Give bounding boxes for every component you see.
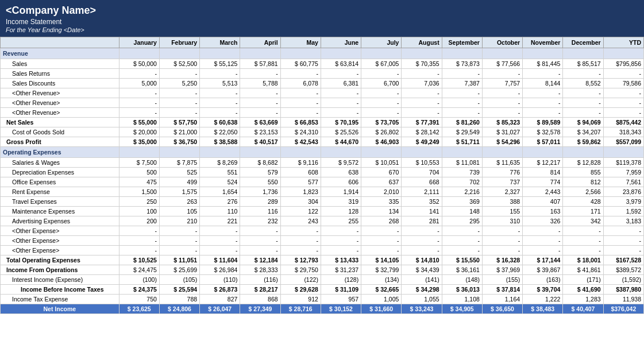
- table-row: Cost of Goods Sold$ 20,000$ 21,000$ 22,0…: [1, 127, 644, 137]
- header-november: November: [523, 37, 563, 48]
- row-label: Sales Discounts: [1, 79, 119, 88]
- row-value: 525: [159, 168, 199, 177]
- row-value: $ 26,873: [200, 285, 240, 295]
- row-value: 200: [119, 216, 159, 226]
- row-value: -: [240, 69, 280, 79]
- row-value: $ 17,144: [523, 255, 563, 265]
- row-value: -: [321, 98, 361, 108]
- row-value: -: [361, 98, 402, 108]
- row-value: -: [240, 88, 280, 98]
- row-value: -: [119, 69, 159, 79]
- row-value: -: [402, 98, 442, 108]
- net-income-value: $ 26,047: [200, 304, 240, 314]
- table-row: Income Tax Expense7507888278689129571,00…: [1, 295, 644, 304]
- table-row: Net Sales$ 55,000$ 57,750$ 60,638$ 63,66…: [1, 118, 644, 127]
- row-value: -: [482, 98, 522, 108]
- column-headers: January February March April May June Ju…: [1, 37, 644, 48]
- row-value: -: [442, 88, 482, 98]
- table-row: <Other Revenue>-------------: [1, 88, 644, 98]
- row-label: Interest Income (Expense): [1, 275, 119, 285]
- row-value: 171: [563, 207, 603, 216]
- row-value: $ 10,525: [119, 255, 159, 265]
- row-value: 2,216: [442, 187, 482, 197]
- row-value: $ 73,873: [442, 59, 482, 69]
- row-value: 868: [240, 295, 280, 304]
- row-value: $ 28,217: [240, 285, 280, 295]
- row-value: $ 10,553: [402, 158, 442, 168]
- table-row: Office Expenses4754995245505776066376687…: [1, 177, 644, 187]
- row-value: -: [119, 98, 159, 108]
- row-value: $ 26,984: [200, 265, 240, 275]
- row-value: $ 34,439: [402, 265, 442, 275]
- header-december: December: [563, 37, 603, 48]
- row-value: 5,788: [240, 79, 280, 88]
- row-value: 326: [523, 216, 563, 226]
- row-value: $ 14,105: [361, 255, 402, 265]
- row-value: -: [280, 88, 321, 98]
- row-value: 776: [482, 168, 522, 177]
- row-value: $ 52,500: [159, 59, 199, 69]
- row-value: -: [159, 246, 199, 255]
- row-value: 7,757: [482, 79, 522, 88]
- row-value: $ 60,775: [280, 59, 321, 69]
- row-value: 79,586: [603, 79, 643, 88]
- row-value: 155: [482, 207, 522, 216]
- row-value: 1,222: [523, 295, 563, 304]
- row-value: 11,938: [603, 295, 643, 304]
- row-value: -: [563, 69, 603, 79]
- row-value: $ 39,867: [523, 265, 563, 275]
- report-title: Income Statement: [6, 18, 638, 26]
- row-value: 7,036: [402, 79, 442, 88]
- row-value: -: [240, 246, 280, 255]
- row-value: -: [442, 98, 482, 108]
- table-row: Operating Expenses: [1, 147, 644, 158]
- table-row: Income Before Income Taxes$ 24,375$ 25,5…: [1, 285, 644, 295]
- row-value: 3,183: [603, 216, 643, 226]
- row-value: 342: [563, 216, 603, 226]
- row-value: [321, 48, 361, 59]
- row-value: -: [200, 69, 240, 79]
- row-value: $ 34,298: [402, 285, 442, 295]
- row-value: -: [280, 108, 321, 118]
- row-value: -: [280, 226, 321, 236]
- row-value: 1,823: [280, 187, 321, 197]
- row-value: $ 44,670: [321, 137, 361, 147]
- row-value: $ 51,711: [442, 137, 482, 147]
- row-value: 232: [240, 216, 280, 226]
- row-value: 827: [200, 295, 240, 304]
- row-value: $ 60,638: [200, 118, 240, 127]
- row-value: $ 37,969: [482, 265, 522, 275]
- row-value: $ 11,051: [159, 255, 199, 265]
- row-value: -: [482, 69, 522, 79]
- row-value: $ 9,572: [321, 158, 361, 168]
- row-value: $ 55,000: [119, 118, 159, 127]
- header-august: August: [402, 37, 442, 48]
- row-value: -: [280, 98, 321, 108]
- table-row: Sales Returns-------------: [1, 69, 644, 79]
- row-value: 912: [280, 295, 321, 304]
- row-value: $ 28,333: [240, 265, 280, 275]
- row-value: $ 36,750: [159, 137, 199, 147]
- row-value: $ 38,588: [200, 137, 240, 147]
- row-value: -: [361, 69, 402, 79]
- row-value: 855: [563, 168, 603, 177]
- row-value: [119, 147, 159, 158]
- row-value: $ 32,578: [523, 127, 563, 137]
- row-value: -: [442, 108, 482, 118]
- row-value: -: [523, 88, 563, 98]
- row-value: $ 57,011: [523, 137, 563, 147]
- row-value: -: [159, 236, 199, 246]
- row-value: 2,111: [402, 187, 442, 197]
- row-label: Net Sales: [1, 118, 119, 127]
- row-value: 475: [119, 177, 159, 187]
- row-value: $ 50,000: [119, 59, 159, 69]
- row-value: [119, 48, 159, 59]
- header-march: March: [200, 37, 240, 48]
- row-value: 704: [402, 168, 442, 177]
- row-value: -: [119, 236, 159, 246]
- row-value: (148): [442, 275, 482, 285]
- row-value: 250: [119, 197, 159, 207]
- row-value: 6,078: [280, 79, 321, 88]
- net-income-value: $ 36,650: [482, 304, 522, 314]
- table-row: Salaries & Wages$ 7,500$ 7,875$ 8,269$ 8…: [1, 158, 644, 168]
